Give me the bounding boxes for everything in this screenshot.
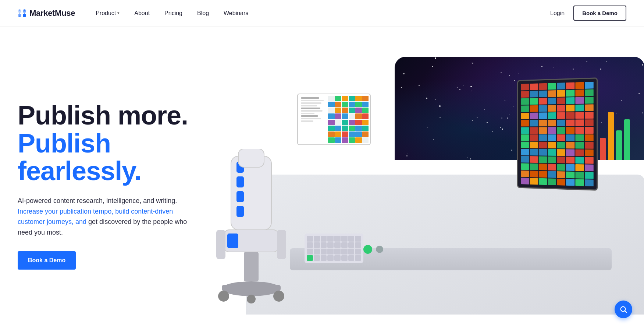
svg-rect-10 [236, 206, 244, 217]
monitor-right [517, 77, 598, 190]
hero-content: Publish more. Publish fearlessly. AI-pow… [18, 102, 209, 270]
logo-icon [18, 9, 26, 18]
monitor-left-screen [298, 94, 370, 144]
login-link[interactable]: Login [550, 10, 565, 17]
bar-chart-col [600, 138, 606, 160]
console-button-green [363, 245, 372, 254]
svg-rect-15 [277, 230, 286, 259]
nav-links: Product ▾ About Pricing Blog Webinars [90, 7, 550, 20]
nav-webinars[interactable]: Webinars [218, 7, 254, 20]
logo-link[interactable]: MarketMuse [18, 8, 75, 18]
chevron-down-icon: ▾ [117, 11, 120, 15]
nav-right: Login Book a Demo [550, 6, 626, 21]
svg-rect-13 [227, 234, 238, 248]
nav-book-demo-button[interactable]: Book a Demo [573, 6, 626, 21]
svg-rect-9 [236, 191, 244, 202]
hero-description: AI-powered content research, intelligenc… [18, 196, 194, 238]
monitor-left-grid [327, 94, 370, 144]
monitor-left [297, 94, 371, 145]
hero-illustration [224, 57, 626, 315]
svg-rect-16 [244, 252, 259, 281]
svg-point-21 [247, 295, 256, 303]
svg-point-19 [218, 291, 229, 302]
description-plain: AI-powered content research, intelligenc… [18, 197, 177, 204]
hero-cta-button[interactable]: Book a Demo [18, 251, 76, 270]
bar-chart-col [608, 112, 614, 160]
nav-about[interactable]: About [128, 7, 156, 20]
hero-title-line2: Publish fearlessly. [18, 130, 209, 185]
svg-point-22 [621, 307, 626, 312]
console-buttons [363, 245, 383, 254]
keyboard [305, 234, 363, 263]
nav-product[interactable]: Product ▾ [90, 7, 125, 20]
hero-title-line1: Publish more. [18, 102, 209, 130]
search-fab-button[interactable] [615, 301, 632, 318]
svg-line-23 [625, 311, 627, 313]
logo-text: MarketMuse [29, 8, 75, 18]
bar-chart-col [624, 119, 630, 160]
svg-rect-14 [216, 230, 225, 259]
nav-pricing[interactable]: Pricing [159, 7, 188, 20]
svg-rect-8 [236, 176, 244, 187]
hero-section: Publish more. Publish fearlessly. AI-pow… [0, 27, 644, 330]
svg-point-20 [273, 291, 284, 302]
monitor-left-text [298, 94, 327, 144]
monitor-right-grid [518, 78, 597, 189]
svg-rect-18 [222, 285, 281, 291]
console-button-gray [376, 246, 383, 253]
nav-blog[interactable]: Blog [191, 7, 215, 20]
svg-rect-11 [238, 149, 264, 167]
chair-illustration [202, 149, 305, 303]
search-icon [619, 305, 627, 313]
navigation: MarketMuse Product ▾ About Pricing Blog … [0, 0, 644, 27]
bar-chart-col [616, 130, 622, 160]
